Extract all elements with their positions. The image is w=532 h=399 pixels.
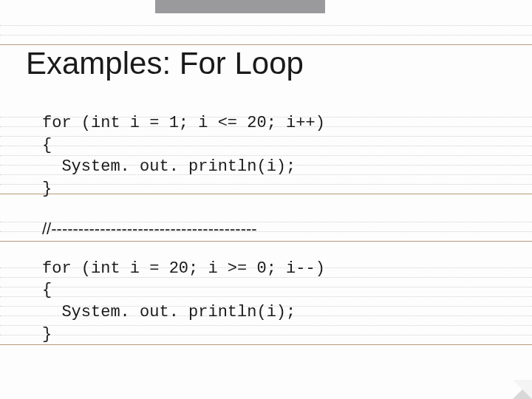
slide-title: Examples: For Loop (26, 46, 502, 81)
code-example-1: for (int i = 1; i <= 20; i++) { System. … (42, 112, 502, 200)
slide-content: Examples: For Loop for (int i = 1; i <= … (0, 0, 532, 346)
code-example-2: for (int i = 20; i >= 0; i--) { System. … (42, 258, 502, 346)
page-curl-icon (513, 380, 532, 399)
code-separator: //-------------------------------------- (42, 219, 502, 239)
